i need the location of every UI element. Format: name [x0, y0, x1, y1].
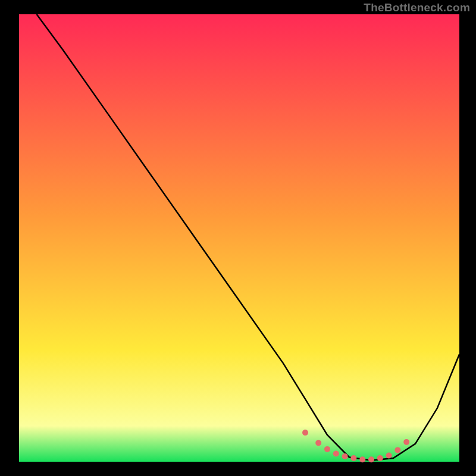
marker-dot: [302, 430, 308, 436]
marker-dot: [377, 455, 383, 461]
marker-dot: [394, 447, 400, 453]
marker-dot: [350, 455, 356, 461]
marker-dot: [324, 446, 330, 452]
marker-dot: [403, 439, 409, 445]
marker-dot: [315, 440, 321, 446]
marker-dot: [342, 453, 348, 459]
marker-dot: [359, 456, 365, 462]
bottleneck-chart: [0, 0, 476, 476]
marker-dot: [386, 453, 392, 459]
marker-dot: [368, 456, 374, 462]
marker-dot: [333, 451, 339, 457]
chart-stage: TheBottleneck.com: [0, 0, 476, 476]
watermark-text: TheBottleneck.com: [364, 1, 470, 14]
